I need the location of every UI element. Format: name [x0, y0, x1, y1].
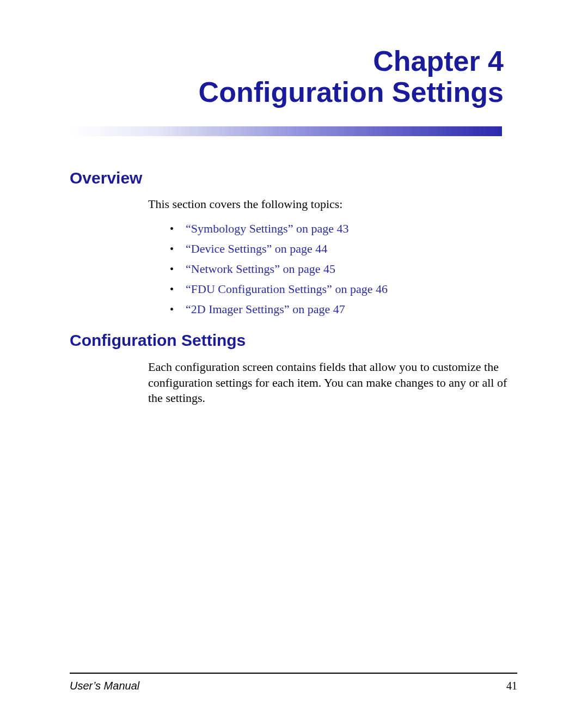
topic-link[interactable]: “2D Imager Settings” on page 47	[186, 302, 345, 316]
topic-link[interactable]: “Symbology Settings” on page 43	[186, 222, 348, 236]
overview-intro-text: This section covers the following topics…	[148, 197, 504, 211]
footer-manual-label: User’s Manual	[70, 680, 139, 692]
list-item: • “Device Settings” on page 44	[170, 242, 504, 256]
chapter-title: Chapter 4 Configuration Settings	[199, 46, 504, 108]
list-item: • “Symbology Settings” on page 43	[170, 222, 504, 236]
bullet-icon: •	[170, 223, 174, 235]
list-item: • “2D Imager Settings” on page 47	[170, 302, 504, 316]
bullet-icon: •	[170, 243, 174, 255]
overview-heading: Overview	[70, 169, 142, 187]
list-item: • “FDU Configuration Settings” on page 4…	[170, 282, 504, 296]
footer-page-number: 41	[506, 680, 517, 692]
bullet-icon: •	[170, 303, 174, 315]
bullet-icon: •	[170, 263, 174, 275]
bullet-icon: •	[170, 283, 174, 295]
topic-link[interactable]: “FDU Configuration Settings” on page 46	[186, 282, 388, 296]
topic-link[interactable]: “Device Settings” on page 44	[186, 242, 327, 256]
title-underline-rule	[70, 126, 502, 136]
topic-link[interactable]: “Network Settings” on page 45	[186, 262, 335, 276]
overview-topic-list: • “Symbology Settings” on page 43 • “Dev…	[170, 216, 504, 316]
footer-rule	[70, 673, 517, 674]
page: Chapter 4 Configuration Settings Overvie…	[0, 0, 588, 714]
configuration-settings-body: Each configuration screen contains field…	[148, 359, 518, 406]
configuration-settings-heading: Configuration Settings	[70, 331, 246, 350]
list-item: • “Network Settings” on page 45	[170, 262, 504, 276]
chapter-name: Configuration Settings	[199, 77, 504, 108]
chapter-number: Chapter 4	[199, 46, 504, 77]
